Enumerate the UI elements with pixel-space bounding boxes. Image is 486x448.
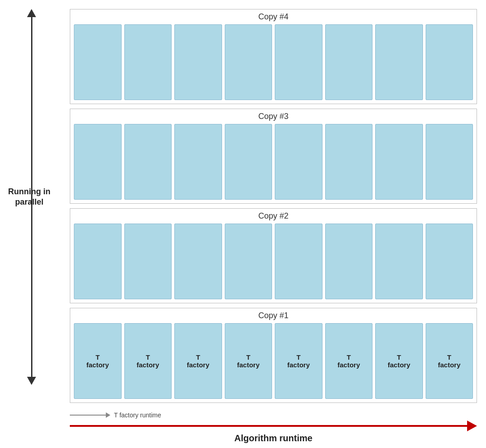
factory-cell	[74, 224, 122, 299]
factory-cells-copy1: TfactoryTfactoryTfactoryTfactoryTfactory…	[74, 323, 473, 399]
factory-cell	[375, 124, 423, 200]
factory-cell: Tfactory	[174, 323, 222, 399]
factory-cell	[325, 224, 373, 299]
algorithm-runtime-row	[70, 421, 477, 431]
cell-factory-label: factory	[136, 361, 159, 369]
t-factory-arrow	[70, 412, 110, 418]
cell-t-label: T	[296, 353, 300, 361]
algorithm-runtime-label: Algorithm runtime	[70, 433, 477, 443]
factory-cell	[325, 24, 373, 100]
cell-factory-label: factory	[388, 361, 410, 369]
arrow-head-down	[27, 377, 36, 385]
factory-cell	[275, 124, 322, 200]
copy-title-copy4: Copy #4	[74, 12, 473, 22]
copy-title-copy3: Copy #3	[74, 112, 473, 121]
factory-cell	[426, 124, 473, 200]
algorithm-arrowhead	[467, 421, 477, 431]
copy-row-copy2: Copy #2	[70, 208, 477, 303]
cell-factory-label: factory	[337, 361, 360, 369]
cell-t-label: T	[95, 353, 100, 361]
t-factory-line	[70, 415, 106, 416]
factory-cell: Tfactory	[225, 323, 273, 399]
parallel-arrow-area: Running inparallel	[5, 9, 59, 385]
copy-row-copy1: Copy #1TfactoryTfactoryTfactoryTfactoryT…	[70, 308, 477, 403]
cell-t-label: T	[397, 353, 401, 361]
factory-cell	[275, 224, 322, 299]
factory-cells-copy2	[74, 224, 473, 299]
cell-t-label: T	[196, 353, 200, 361]
cell-t-label: T	[347, 353, 351, 361]
factory-cell	[375, 24, 423, 100]
factory-cell	[174, 124, 222, 200]
factory-cell: Tfactory	[275, 323, 322, 399]
factory-cell	[225, 124, 273, 200]
factory-cell	[375, 224, 423, 299]
factory-cell	[275, 24, 322, 100]
copy-title-copy2: Copy #2	[74, 211, 473, 221]
cell-factory-label: factory	[237, 361, 259, 369]
t-factory-runtime: T factory runtime	[70, 411, 477, 419]
factory-cell: Tfactory	[375, 323, 423, 399]
copy-title-copy1: Copy #1	[74, 311, 473, 320]
factory-cell: Tfactory	[124, 323, 172, 399]
copy-row-copy3: Copy #3	[70, 109, 477, 204]
factory-cell: Tfactory	[426, 323, 473, 399]
factory-cell	[74, 24, 122, 100]
factory-cell: Tfactory	[74, 323, 122, 399]
factory-cell: Tfactory	[325, 323, 373, 399]
parallel-label: Running inparallel	[5, 187, 54, 208]
factory-cell	[225, 224, 273, 299]
cell-t-label: T	[146, 353, 150, 361]
factory-cell	[325, 124, 373, 200]
cell-t-label: T	[246, 353, 250, 361]
factory-cell	[225, 24, 273, 100]
factory-cell	[426, 224, 473, 299]
copy-row-copy4: Copy #4	[70, 9, 477, 104]
bottom-area: T factory runtime Algorithm runtime	[70, 411, 477, 443]
factory-cells-copy4	[74, 24, 473, 100]
factory-cell	[426, 24, 473, 100]
factory-cell	[124, 224, 172, 299]
cell-factory-label: factory	[187, 361, 209, 369]
t-factory-label: T factory runtime	[114, 411, 161, 419]
factory-cell	[124, 124, 172, 200]
cell-factory-label: factory	[287, 361, 310, 369]
arrow-head-up	[27, 9, 36, 17]
t-factory-arrowhead	[106, 412, 110, 418]
factory-cell	[74, 124, 122, 200]
cell-t-label: T	[447, 353, 451, 361]
main-content: Copy #4Copy #3Copy #2Copy #1TfactoryTfac…	[70, 9, 477, 403]
algorithm-line	[70, 425, 467, 427]
cell-factory-label: factory	[438, 361, 460, 369]
cell-factory-label: factory	[86, 361, 109, 369]
factory-cell	[124, 24, 172, 100]
factory-cell	[174, 24, 222, 100]
factory-cell	[174, 224, 222, 299]
factory-cells-copy3	[74, 124, 473, 200]
